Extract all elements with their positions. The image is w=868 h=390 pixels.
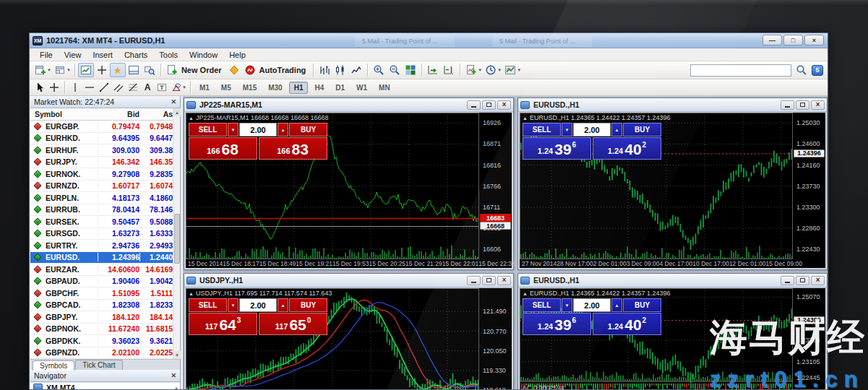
profiles-button[interactable] bbox=[52, 63, 68, 77]
sell-button[interactable]: SELL bbox=[189, 123, 227, 136]
market-watch-row-gbpchf[interactable]: GBPCHF.1.510951.51116 bbox=[30, 287, 180, 300]
market-watch-toggle[interactable] bbox=[78, 63, 94, 77]
sell-price-button[interactable]: 16668 bbox=[189, 137, 257, 160]
fibonacci-tool[interactable] bbox=[126, 81, 140, 94]
market-watch-row-eursek[interactable]: EURSEK.9.504579.50880 bbox=[30, 216, 180, 228]
chart-close-button[interactable]: × bbox=[811, 276, 825, 285]
buy-button[interactable]: BUY bbox=[289, 123, 327, 136]
navigator-item-xm-mt4[interactable]: XM MT4 ▲ bbox=[30, 382, 180, 390]
market-watch-row-gbpnzd[interactable]: GBPNZD.2.021002.02253 bbox=[30, 347, 180, 360]
timeframe-h4[interactable]: H4 bbox=[309, 82, 329, 94]
sell-button[interactable]: SELL bbox=[523, 298, 561, 312]
buy-button[interactable]: BUY bbox=[623, 123, 661, 136]
zoom-in-icon[interactable] bbox=[371, 63, 387, 77]
buy-price-button[interactable]: 1.24402 bbox=[593, 313, 661, 335]
search-input[interactable] bbox=[690, 64, 791, 77]
text-label-tool[interactable] bbox=[155, 81, 169, 94]
new-chart-button[interactable] bbox=[33, 63, 48, 77]
vertical-line-tool[interactable] bbox=[68, 81, 82, 94]
periods-button[interactable] bbox=[483, 63, 499, 77]
timeframe-w1[interactable]: W1 bbox=[351, 82, 372, 94]
search-icon[interactable] bbox=[794, 64, 809, 77]
lot-increase-button[interactable]: ▲ bbox=[611, 298, 622, 312]
price-axis[interactable]: 121.490120.770120.050119.330118.610 bbox=[478, 288, 512, 390]
candlestick-chart-icon[interactable] bbox=[332, 63, 348, 77]
scroll-up-icon[interactable]: ▲ bbox=[174, 386, 179, 390]
strategy-tester-button[interactable] bbox=[142, 63, 158, 77]
market-watch-row-eurgbp[interactable]: EURGBP.0.794740.79484 bbox=[30, 121, 180, 133]
timeframe-m1[interactable]: M1 bbox=[194, 82, 215, 94]
chevron-down-icon[interactable]: ▼ bbox=[497, 68, 502, 72]
crosshair-tool[interactable] bbox=[47, 81, 61, 94]
minimize-button[interactable]: — bbox=[762, 35, 782, 46]
trendline-tool[interactable] bbox=[97, 81, 111, 94]
terminal-toggle[interactable] bbox=[126, 63, 142, 77]
menu-view[interactable]: View bbox=[59, 51, 87, 59]
chevron-down-icon[interactable]: ▼ bbox=[517, 68, 521, 72]
autotrading-button[interactable]: AutoTrading bbox=[259, 66, 306, 74]
buy-price-button[interactable]: 1.24402 bbox=[593, 137, 661, 160]
chevron-down-icon[interactable]: ▼ bbox=[47, 68, 51, 72]
templates-button[interactable] bbox=[502, 63, 518, 77]
timeframe-mn[interactable]: MN bbox=[374, 82, 395, 94]
price-axis[interactable]: 1.250701.237651.231051.224451.243960.000… bbox=[792, 288, 825, 390]
market-watch-row-gbpnok[interactable]: GBPNOK.11.6724011.68150 bbox=[30, 324, 180, 336]
market-watch-row-eurjpy[interactable]: EURJPY.146.342146.355 bbox=[30, 157, 180, 169]
chevron-down-icon[interactable]: ▼ bbox=[478, 68, 482, 72]
chart-minimize-button[interactable] bbox=[467, 100, 481, 110]
time-axis[interactable]: 15 Dec 201415 Dec 18:1715 Dec 18:4915 De… bbox=[186, 259, 479, 268]
column-symbol[interactable]: Symbol bbox=[30, 110, 98, 118]
close-button[interactable]: × bbox=[804, 35, 824, 46]
buy-price-button[interactable]: 117650 bbox=[259, 313, 327, 335]
chart-close-button[interactable]: × bbox=[811, 100, 825, 110]
menu-insert[interactable]: Insert bbox=[87, 51, 119, 59]
chart-title-bar[interactable]: EURUSD.,H1 × bbox=[518, 98, 827, 112]
menu-file[interactable]: File bbox=[34, 51, 59, 59]
chart-restore-button[interactable] bbox=[482, 100, 496, 110]
close-icon[interactable]: ✕ bbox=[171, 98, 176, 105]
market-watch-row-gbpaud[interactable]: GBPAUD.1.904061.90427 bbox=[30, 276, 180, 288]
buy-button[interactable]: BUY bbox=[289, 298, 327, 312]
scrollbar-thumb[interactable] bbox=[174, 214, 180, 264]
lot-size-input[interactable]: 2.00 bbox=[573, 123, 611, 136]
sell-button[interactable]: SELL bbox=[189, 298, 227, 312]
chart-close-button[interactable]: × bbox=[497, 276, 511, 285]
zoom-out-icon[interactable] bbox=[387, 63, 403, 77]
buy-button[interactable]: BUY bbox=[623, 298, 661, 312]
lot-size-input[interactable]: 2.00 bbox=[573, 298, 611, 312]
timeframe-d1[interactable]: D1 bbox=[330, 82, 350, 94]
market-watch-row-eurusd[interactable]: EURUSD.1.243961.24402 bbox=[30, 252, 180, 264]
scroll-down-icon[interactable]: ▼ bbox=[173, 351, 181, 359]
timeframe-m15[interactable]: M15 bbox=[238, 82, 262, 94]
horizontal-line-tool[interactable] bbox=[82, 81, 97, 94]
chart-shift-icon[interactable] bbox=[441, 63, 457, 77]
indicators-button[interactable] bbox=[463, 63, 479, 77]
tile-windows-icon[interactable] bbox=[403, 63, 418, 77]
chart-restore-button[interactable] bbox=[796, 276, 809, 285]
navigator-toggle[interactable]: ★ bbox=[110, 63, 126, 77]
menu-help[interactable]: Help bbox=[223, 51, 252, 59]
navigator-header[interactable]: Navigator ✕ bbox=[30, 370, 180, 382]
market-watch-scrollbar[interactable]: ▲ ▼ bbox=[173, 108, 180, 359]
chart-minimize-button[interactable] bbox=[467, 276, 481, 285]
autotrading-icon[interactable] bbox=[242, 63, 258, 77]
lot-increase-button[interactable]: ▲ bbox=[278, 123, 288, 136]
chart-canvas[interactable]: 121.490120.770120.050119.330118.610 ▲USD… bbox=[185, 287, 512, 390]
market-watch-row-eurhkd[interactable]: EURHKD.9.643959.64478 bbox=[30, 133, 180, 145]
menu-window[interactable]: Window bbox=[184, 51, 223, 59]
chart-restore-button[interactable] bbox=[796, 100, 809, 110]
buy-price-button[interactable]: 16683 bbox=[259, 137, 327, 160]
line-chart-icon[interactable] bbox=[348, 63, 364, 77]
title-bar[interactable]: XM 1021764: XM MT4 - EURUSD,H1 5 Mail - … bbox=[30, 33, 828, 48]
chart-canvas[interactable]: 1.250701.237651.231051.224451.243960.000… bbox=[519, 287, 826, 390]
lot-decrease-button[interactable]: ▼ bbox=[562, 298, 572, 312]
market-watch-row-eurnzd[interactable]: EURNZD.1.607171.60748 bbox=[30, 181, 180, 193]
chart-title-bar[interactable]: EURUSD.,H1 × bbox=[518, 274, 827, 287]
market-watch-row-gbpjpy[interactable]: GBPJPY.184.120184.146 bbox=[30, 311, 180, 324]
sell-price-button[interactable]: 1.24396 bbox=[523, 313, 591, 335]
chart-title-bar[interactable]: USDJPY.,H1 × bbox=[184, 274, 513, 287]
timeframe-m30[interactable]: M30 bbox=[263, 82, 287, 94]
market-watch-row-eurpln[interactable]: EURPLN.4.181734.18600 bbox=[30, 192, 180, 204]
channel-tool[interactable] bbox=[111, 81, 126, 94]
data-window-toggle[interactable] bbox=[94, 63, 110, 77]
